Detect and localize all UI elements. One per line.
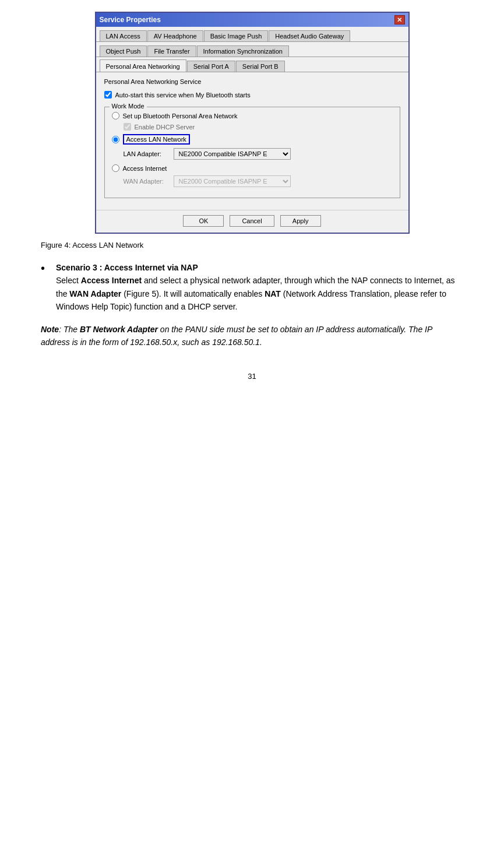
tab-basic-image-push[interactable]: Basic Image Push — [204, 30, 269, 41]
radio-access-lan-label: Access LAN Network — [123, 134, 190, 145]
tab-object-push[interactable]: Object Push — [100, 45, 147, 57]
autostart-row: Auto-start this service when My Bluetoot… — [104, 91, 400, 99]
tabs-row-3: Personal Area Networking Serial Port A S… — [96, 57, 408, 72]
apply-button[interactable]: Apply — [280, 215, 321, 227]
radio-access-lan-row: Access LAN Network — [112, 134, 393, 145]
workmode-groupbox: Work Mode Set up Bluetooth Personal Area… — [104, 107, 400, 198]
scenario-3-text: Scenario 3 : Access Internet via NAP Sel… — [56, 261, 463, 314]
tab-file-transfer[interactable]: File Transfer — [147, 45, 196, 57]
autostart-checkbox[interactable] — [104, 91, 112, 99]
note-bold1: BT Network Adapter — [80, 325, 158, 334]
note-section: Note: The BT Network Adapter on the PANU… — [41, 323, 463, 349]
dialog-title: Service Properties — [100, 16, 161, 24]
dialog-wrapper: Service Properties ✕ LAN Access AV Headp… — [35, 12, 469, 234]
radio-setup-label: Set up Bluetooth Personal Area Network — [123, 112, 238, 119]
tab-serial-port-a[interactable]: Serial Port A — [187, 61, 235, 72]
tab-lan-access[interactable]: LAN Access — [100, 30, 147, 41]
tab-av-headphone[interactable]: AV Headphone — [147, 30, 203, 41]
wan-adapter-select[interactable]: NE2000 Compatible ISAPNP E — [174, 175, 291, 187]
enable-dhcp-row: Enable DHCP Server — [124, 123, 393, 131]
radio-setup-row: Set up Bluetooth Personal Area Network — [112, 112, 393, 119]
cancel-button[interactable]: Cancel — [230, 215, 274, 227]
note-prefix: Note — [41, 325, 59, 334]
radio-access-internet[interactable] — [112, 164, 119, 172]
wan-adapter-row: WAN Adapter: NE2000 Compatible ISAPNP E — [124, 175, 393, 187]
radio-access-internet-row: Access Internet — [112, 164, 393, 172]
tab-personal-area[interactable]: Personal Area Networking — [100, 59, 186, 72]
page-number: 31 — [35, 372, 469, 381]
dialog-titlebar: Service Properties ✕ — [96, 13, 408, 27]
wan-adapter-label: WAN Adapter: — [124, 178, 170, 185]
lan-adapter-select[interactable]: NE2000 Compatible ISAPNP E — [174, 148, 291, 160]
scenario-3-section: • Scenario 3 : Access Internet via NAP S… — [41, 261, 463, 314]
figure-caption: Figure 4: Access LAN Network — [35, 241, 469, 249]
dialog-content: Personal Area Networking Service Auto-st… — [96, 72, 408, 210]
note-text-after-prefix: : The — [59, 325, 80, 334]
scenario-bold1: Access Internet — [81, 276, 142, 285]
dialog-buttons: OK Cancel Apply — [96, 210, 408, 233]
bullet-dot: • — [41, 261, 50, 314]
lan-adapter-label: LAN Adapter: — [124, 150, 170, 157]
tabs-row-1: LAN Access AV Headphone Basic Image Push… — [96, 27, 408, 42]
body-content: • Scenario 3 : Access Internet via NAP S… — [35, 261, 469, 349]
ok-button[interactable]: OK — [183, 215, 224, 227]
radio-setup[interactable] — [112, 112, 119, 119]
scenario-bold3: NAT — [265, 289, 281, 298]
tabs-row-2: Object Push File Transfer Information Sy… — [96, 42, 408, 57]
service-properties-dialog: Service Properties ✕ LAN Access AV Headp… — [95, 12, 410, 234]
lan-adapter-row: LAN Adapter: NE2000 Compatible ISAPNP E — [124, 148, 393, 160]
tab-headset-audio[interactable]: Headset Audio Gateway — [269, 30, 350, 41]
close-button[interactable]: ✕ — [394, 15, 405, 24]
lan-adapter-select-wrapper: NE2000 Compatible ISAPNP E — [174, 148, 291, 160]
enable-dhcp-label: Enable DHCP Server — [135, 124, 195, 131]
workmode-legend: Work Mode — [110, 103, 147, 110]
tab-serial-port-b[interactable]: Serial Port B — [236, 61, 285, 72]
scenario-bold2: WAN Adapter — [69, 289, 121, 298]
scenario-text-after-bold2: (Figure 5). It will automatically enable… — [121, 289, 265, 298]
radio-access-lan[interactable] — [112, 136, 119, 143]
scenario-heading: Scenario 3 : Access Internet via NAP — [56, 263, 198, 272]
radio-access-internet-label: Access Internet — [123, 165, 167, 172]
enable-dhcp-checkbox[interactable] — [124, 123, 131, 131]
autostart-label: Auto-start this service when My Bluetoot… — [115, 92, 251, 99]
service-label: Personal Area Networking Service — [104, 78, 400, 85]
wan-adapter-select-wrapper: NE2000 Compatible ISAPNP E — [174, 175, 291, 187]
scenario-text-before-bold1: Select — [56, 276, 81, 285]
tab-info-sync[interactable]: Information Synchronization — [197, 45, 289, 57]
